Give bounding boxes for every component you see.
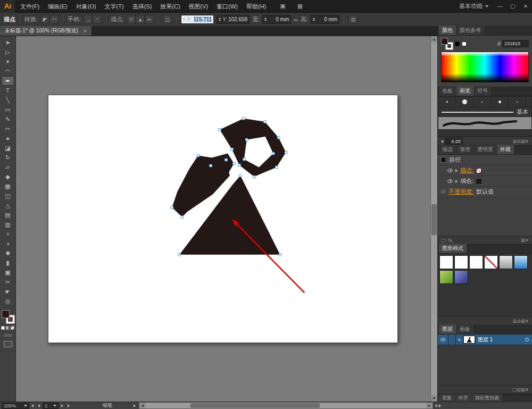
break-link-icon[interactable]: ⊘	[517, 319, 521, 324]
stroke-color-swatch[interactable]	[476, 168, 481, 173]
direct-selection-tool[interactable]: ▷	[2, 47, 14, 57]
arrange-documents-icon[interactable]: ▣	[278, 3, 287, 10]
panel-tab[interactable]: 画笔	[456, 86, 473, 96]
selection-tool[interactable]: ➤	[2, 38, 14, 47]
layer-lock-cell[interactable]	[448, 335, 456, 345]
type-tool[interactable]: T	[2, 86, 14, 95]
previous-artboard-button[interactable]	[36, 404, 42, 407]
fill-swatch[interactable]	[441, 38, 448, 45]
add-anchor-button[interactable]: ▲	[136, 15, 145, 24]
hide-handles-button[interactable]: ◜	[93, 15, 102, 24]
blob-brush-tool[interactable]: ●	[2, 133, 14, 143]
visibility-eye-icon[interactable]	[440, 190, 446, 194]
brush-swatch[interactable]	[456, 97, 473, 107]
line-segment-tool[interactable]: ╲	[2, 95, 14, 105]
scroll-up-button[interactable]	[431, 36, 437, 43]
gradient-tool[interactable]: ▥	[2, 220, 14, 229]
convert-to-corner-button[interactable]: ◤	[40, 15, 49, 24]
disclosure-icon[interactable]	[456, 338, 463, 341]
panel-tab[interactable]: 外观	[497, 145, 514, 154]
free-transform-tool[interactable]: ▦	[2, 181, 14, 191]
layer-row[interactable]: 图层 1	[438, 335, 532, 345]
visibility-eye-icon[interactable]	[447, 179, 453, 183]
panel-tab[interactable]: 透明度	[474, 145, 496, 154]
stepper-icon[interactable]	[313, 18, 315, 21]
white-swatch[interactable]	[462, 41, 467, 46]
visibility-eye-icon[interactable]	[447, 169, 453, 172]
next-artboard-button[interactable]	[59, 404, 65, 407]
brush-swatch[interactable]	[491, 97, 509, 107]
stepper-icon[interactable]	[183, 18, 185, 21]
basic-brush-row[interactable]: 基本	[438, 107, 531, 117]
vertical-scrollbar[interactable]	[430, 36, 437, 402]
scroll-left-button[interactable]	[139, 403, 146, 408]
zoom-level-select[interactable]: 100%	[2, 403, 29, 409]
appearance-opacity-row[interactable]: 不透明度: 默认值	[438, 187, 532, 197]
black-swatch[interactable]	[455, 41, 460, 46]
hex-value-input[interactable]: 231815	[502, 40, 529, 47]
stroke-weight-control[interactable]: 6.00	[441, 138, 463, 145]
collapsed-panel-tab[interactable]: 变换	[439, 394, 455, 402]
symbol-sprayer-tool[interactable]: ✱	[2, 248, 14, 258]
layer-target-icon[interactable]	[525, 338, 529, 341]
remove-anchor-button[interactable]: ▽	[127, 15, 136, 24]
horizontal-scroll-thumb[interactable]	[190, 403, 319, 408]
none-button[interactable]	[11, 326, 14, 330]
cut-path-button[interactable]: ✂	[145, 15, 154, 24]
style-none[interactable]	[484, 255, 498, 269]
appearance-stroke-row[interactable]: 描边:	[438, 165, 532, 176]
pencil-tool[interactable]: ✏	[2, 124, 14, 133]
app-logo[interactable]: Ai	[0, 0, 16, 13]
appearance-path-row[interactable]: 路径	[438, 155, 532, 165]
scroll-right-button[interactable]	[426, 403, 433, 408]
shape-builder-tool[interactable]: ◫	[2, 191, 14, 201]
eyedropper-tool[interactable]: ✧	[2, 229, 14, 239]
artboard[interactable]	[48, 95, 398, 343]
stroke-weight-value[interactable]: 6.00	[445, 138, 463, 145]
delete-item-icon[interactable]: ✕	[525, 238, 529, 243]
first-artboard-button[interactable]	[29, 404, 36, 407]
x-input[interactable]: X: 115.711	[181, 15, 214, 24]
collapsed-panel-tab[interactable]: 对齐	[455, 394, 471, 402]
panel-tab[interactable]: 画板	[456, 324, 473, 334]
collapsed-panel-tab[interactable]: 路径查找器	[472, 394, 502, 402]
rotate-tool[interactable]: ↻	[2, 153, 14, 162]
brush-swatch[interactable]	[509, 97, 526, 107]
panel-tab[interactable]: 图层	[439, 324, 456, 334]
layer-visibility-eye-icon[interactable]	[438, 335, 448, 345]
gradient-button[interactable]	[6, 326, 10, 330]
mesh-tool[interactable]: ▤	[2, 210, 14, 220]
disclosure-icon[interactable]	[455, 169, 458, 172]
artboard-tool[interactable]: ▣	[2, 268, 14, 277]
status-expander-icon[interactable]	[134, 404, 136, 407]
appearance-fill-row[interactable]: 填色:	[438, 176, 532, 187]
panel-tab[interactable]: 描边	[439, 145, 456, 154]
menu-item[interactable]: 帮助(H)	[242, 0, 270, 13]
panel-tab[interactable]: 渐变	[456, 145, 473, 154]
blend-tool[interactable]: ◑	[2, 239, 14, 248]
panel-tab[interactable]: 颜色	[439, 26, 456, 35]
eraser-tool[interactable]: ◪	[2, 143, 14, 153]
column-graph-tool[interactable]: ▮	[2, 258, 14, 268]
style-2[interactable]	[454, 255, 468, 269]
slice-tool[interactable]: ✂	[2, 277, 14, 287]
vertical-scroll-thumb[interactable]	[431, 204, 437, 235]
dock-scroll-right-icon[interactable]	[439, 404, 441, 407]
layer-thumbnail[interactable]	[463, 336, 475, 344]
horizontal-scrollbar[interactable]	[139, 402, 433, 409]
screen-mode-button[interactable]	[4, 341, 12, 347]
add-effect-icon[interactable]: fx.	[448, 238, 454, 243]
new-sublayer-icon[interactable]: ⊟	[517, 387, 521, 393]
maximize-button[interactable]: ▢	[506, 0, 519, 13]
magic-wand-tool[interactable]: ✶	[2, 57, 14, 66]
decrease-icon[interactable]	[441, 140, 443, 143]
color-button[interactable]	[1, 326, 5, 330]
document-layout-icon[interactable]: ▦	[295, 3, 305, 10]
opacity-label[interactable]: 不透明度:	[448, 188, 473, 196]
style-3[interactable]	[469, 255, 483, 269]
layer-name[interactable]: 图层 1	[478, 336, 493, 344]
disclosure-icon[interactable]	[455, 180, 458, 183]
zoom-tool[interactable]: ◎	[2, 296, 14, 306]
workspace-switcher[interactable]: 基本功能	[454, 2, 494, 10]
silhouette-figure-with-arrow[interactable]	[48, 95, 397, 343]
